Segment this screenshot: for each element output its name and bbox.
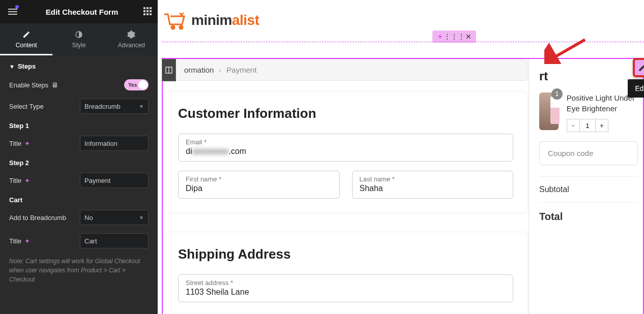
close-section-button[interactable]: ✕ bbox=[463, 32, 474, 41]
ai-sparkle-icon[interactable]: ✦ bbox=[24, 237, 30, 245]
cart-title: rt bbox=[539, 69, 638, 83]
edit-widget-wrapper: Edit Checkout Form bbox=[633, 58, 644, 77]
first-name-field[interactable]: First name * Dipa bbox=[178, 171, 340, 199]
checkout-main-column: ormation › Payment Customer Information … bbox=[163, 59, 529, 314]
menu-button[interactable] bbox=[5, 4, 20, 19]
product-thumbnail: 1 bbox=[539, 92, 559, 130]
enable-steps-toggle[interactable]: Yes bbox=[124, 79, 149, 90]
step1-title-input[interactable]: Information bbox=[80, 136, 149, 151]
subtotal-row: Subtotal bbox=[539, 176, 638, 202]
desktop-icon[interactable]: 🖥 bbox=[51, 81, 58, 89]
coupon-input[interactable]: Coupon code bbox=[539, 141, 638, 165]
shipping-address-card: Shipping Address Street address * 1103 S… bbox=[163, 232, 528, 314]
qty-increase-button[interactable]: + bbox=[595, 119, 608, 132]
step1-title-label: Title ✦ bbox=[9, 140, 30, 147]
panel-body: ▼ Steps Enable Steps 🖥 Yes Select Type B… bbox=[0, 55, 158, 291]
chevron-right-icon: › bbox=[219, 66, 221, 74]
select-type-dropdown[interactable]: Breadcrumb ▼ bbox=[80, 99, 149, 114]
cart-title-input[interactable]: Cart bbox=[80, 233, 149, 248]
cart-icon bbox=[163, 10, 187, 30]
customer-info-heading: Customer Information bbox=[178, 106, 513, 121]
cart-note: Note: Cart settings will work for Global… bbox=[9, 257, 149, 284]
total-row: Total bbox=[539, 202, 638, 231]
drag-section-handle[interactable]: ⋮⋮⋮ bbox=[449, 32, 460, 41]
product-name: Positive Light Under Eye Brightener bbox=[567, 92, 638, 114]
contrast-icon bbox=[75, 30, 83, 39]
svg-point-1 bbox=[171, 26, 174, 29]
breadcrumb-step-information[interactable]: ormation bbox=[184, 66, 214, 74]
add-breadcrumb-label: Add to Breadcrumb bbox=[9, 214, 66, 222]
preview-canvas: minimalist + ⋮⋮⋮ ✕ Edit Checkout Form or… bbox=[158, 0, 644, 314]
cart-heading: Cart bbox=[9, 196, 149, 204]
notification-dot-icon bbox=[15, 5, 19, 9]
section-toolbar: + ⋮⋮⋮ ✕ bbox=[432, 30, 476, 43]
site-logo: minimalist bbox=[158, 0, 644, 38]
qty-value: 1 bbox=[580, 119, 595, 132]
toggle-knob-icon bbox=[138, 80, 148, 89]
step2-heading: Step 2 bbox=[9, 159, 149, 167]
ai-sparkle-icon[interactable]: ✦ bbox=[24, 177, 30, 184]
svg-point-2 bbox=[180, 26, 183, 29]
annotation-arrow-icon bbox=[544, 36, 590, 64]
cart-column: rt 1 Positive Light Under Eye Brightener… bbox=[529, 59, 643, 314]
tab-style[interactable]: Style bbox=[52, 23, 105, 55]
qty-badge: 1 bbox=[551, 88, 563, 100]
checkout-widget: Edit Checkout Form ormation › Payment Cu… bbox=[162, 58, 644, 314]
add-breadcrumb-dropdown[interactable]: No ▼ bbox=[80, 210, 149, 225]
edit-widget-button[interactable] bbox=[633, 58, 644, 77]
qty-decrease-button[interactable]: - bbox=[567, 119, 580, 132]
customer-info-card: Customer Information Email * dixxxxxxxxx… bbox=[163, 91, 528, 213]
step2-title-label: Title ✦ bbox=[9, 177, 30, 184]
last-name-field[interactable]: Last name * Shaha bbox=[352, 171, 514, 199]
cart-item: 1 Positive Light Under Eye Brightener - … bbox=[539, 92, 638, 132]
tab-advanced[interactable]: Advanced bbox=[105, 23, 158, 55]
email-field[interactable]: Email * dixxxxxxxxx.com bbox=[178, 134, 513, 162]
step1-heading: Step 1 bbox=[9, 122, 149, 130]
editor-sidebar: Edit Checkout Form Content Style Advance… bbox=[0, 0, 158, 314]
pencil-icon bbox=[638, 63, 644, 72]
pencil-icon bbox=[22, 30, 31, 39]
shipping-heading: Shipping Address bbox=[178, 246, 513, 262]
quantity-stepper: - 1 + bbox=[567, 119, 638, 132]
gear-icon bbox=[127, 30, 135, 39]
step2-title-input[interactable]: Payment bbox=[80, 173, 149, 188]
apps-grid-button[interactable] bbox=[143, 7, 153, 16]
chevron-down-icon: ▼ bbox=[139, 215, 144, 221]
enable-steps-label: Enable Steps 🖥 bbox=[9, 81, 58, 89]
checkout-breadcrumb: ormation › Payment bbox=[163, 59, 528, 81]
panel-title: Edit Checkout Form bbox=[20, 8, 143, 16]
edit-widget-tooltip: Edit Checkout Form bbox=[628, 79, 644, 98]
section-steps-header[interactable]: ▼ Steps bbox=[9, 62, 149, 70]
column-icon bbox=[165, 67, 172, 74]
editor-tabs: Content Style Advanced bbox=[0, 23, 158, 55]
column-handle[interactable] bbox=[162, 59, 176, 81]
street-address-field[interactable]: Street address * 1103 Sheila Lane bbox=[178, 274, 513, 302]
ai-sparkle-icon[interactable]: ✦ bbox=[24, 140, 30, 147]
tab-content[interactable]: Content bbox=[0, 23, 52, 55]
select-type-label: Select Type bbox=[9, 103, 44, 110]
breadcrumb-step-payment[interactable]: Payment bbox=[226, 66, 256, 74]
chevron-down-icon: ▼ bbox=[139, 104, 144, 109]
svg-line-3 bbox=[551, 40, 585, 59]
cart-title-label: Title ✦ bbox=[9, 237, 30, 245]
caret-down-icon: ▼ bbox=[9, 64, 15, 70]
sidebar-header: Edit Checkout Form bbox=[0, 0, 158, 23]
